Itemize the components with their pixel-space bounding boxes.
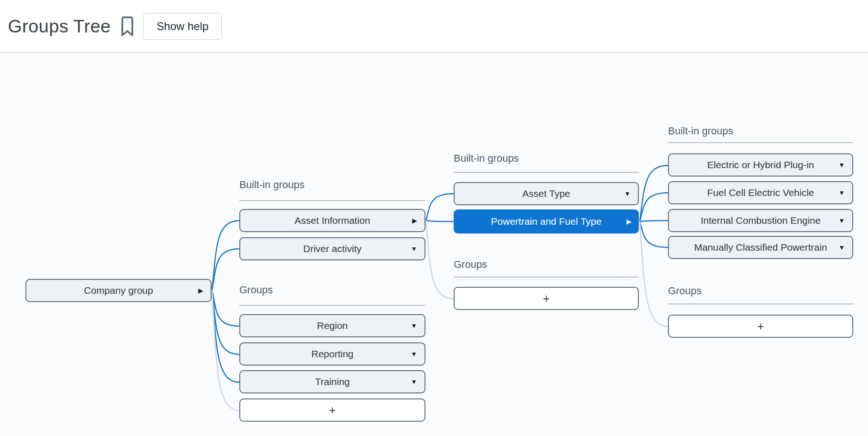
group-node-label: Reporting: [311, 348, 353, 360]
section-divider: [454, 277, 639, 278]
group-node-label: Training: [315, 376, 350, 387]
section-divider: [239, 200, 425, 201]
show-help-button[interactable]: Show help: [143, 13, 222, 40]
connector-line: [212, 290, 240, 326]
add-icon: +: [757, 320, 764, 333]
section-divider: [239, 305, 425, 306]
group-node-powertrain-and-fuel-type[interactable]: Powertrain and Fuel Type ▶: [454, 209, 639, 234]
expand-right-icon: ▶: [412, 217, 417, 224]
page-title: Groups Tree: [8, 16, 111, 37]
connector-line: [426, 194, 454, 221]
add-icon: +: [329, 404, 336, 417]
expand-down-icon: ▼: [411, 322, 417, 329]
add-icon: +: [543, 292, 550, 305]
expand-down-icon: ▼: [411, 351, 417, 357]
group-node-label: Asset Type: [522, 188, 570, 199]
group-node-label: Powertrain and Fuel Type: [491, 216, 602, 227]
group-node-training[interactable]: Training ▼: [239, 370, 425, 393]
groups-tree-canvas: Company group ▶ Built-in groups Asset In…: [0, 54, 868, 436]
section-divider: [454, 172, 639, 173]
group-node-asset-type[interactable]: Asset Type ▼: [454, 182, 639, 205]
expand-down-icon: ▼: [411, 379, 417, 385]
section-divider: [668, 303, 853, 304]
group-node-label: Manually Classified Powertrain: [694, 242, 827, 253]
expand-down-icon: ▼: [838, 190, 845, 196]
group-node-internal-combustion-engine[interactable]: Internal Combustion Engine ▼: [668, 209, 853, 232]
section-divider: [668, 142, 853, 143]
group-node-electric-or-hybrid-plug-in[interactable]: Electric or Hybrid Plug-in ▼: [668, 153, 853, 177]
section-heading-groups: Groups: [454, 259, 487, 271]
group-node-label: Asset Information: [294, 215, 370, 226]
group-node-fuel-cell-electric-vehicle[interactable]: Fuel Cell Electric Vehicle ▼: [668, 181, 853, 204]
section-heading-groups: Groups: [668, 285, 701, 297]
group-node-reporting[interactable]: Reporting ▼: [239, 342, 425, 366]
expand-right-icon: ▶: [626, 218, 631, 225]
connector-line: [640, 221, 668, 247]
connector-line: [212, 221, 240, 290]
group-node-driver-activity[interactable]: Driver activity ▼: [239, 237, 425, 260]
group-node-manually-classified-powertrain[interactable]: Manually Classified Powertrain ▼: [668, 236, 853, 259]
group-node-label: Electric or Hybrid Plug-in: [707, 159, 814, 171]
group-node-label: Company group: [84, 285, 153, 296]
connector-line-muted: [640, 221, 668, 327]
connector-line: [640, 193, 668, 221]
section-heading-built-in-groups: Built-in groups: [454, 152, 519, 164]
add-group-button[interactable]: +: [454, 287, 639, 310]
group-node-region[interactable]: Region ▼: [239, 314, 425, 337]
group-node-label: Region: [317, 320, 348, 331]
connector-line: [640, 221, 668, 221]
add-group-button[interactable]: +: [239, 398, 425, 422]
group-node-label: Driver activity: [303, 243, 362, 254]
group-node-label: Fuel Cell Electric Vehicle: [707, 187, 814, 198]
expand-down-icon: ▼: [838, 217, 845, 224]
expand-down-icon: ▼: [624, 190, 631, 197]
expand-right-icon: ▶: [198, 287, 203, 294]
connector-line: [212, 290, 240, 382]
group-node-asset-information[interactable]: Asset Information ▶: [239, 209, 425, 232]
page-header: Groups Tree Show help: [0, 0, 868, 53]
connector-line-muted: [426, 221, 454, 299]
section-heading-built-in-groups: Built-in groups: [668, 125, 733, 137]
group-node-label: Internal Combustion Engine: [700, 215, 820, 226]
section-heading-groups: Groups: [239, 284, 273, 296]
bookmark-icon: [119, 16, 136, 37]
connector-line: [426, 221, 454, 221]
group-node-company-group[interactable]: Company group ▶: [25, 279, 212, 302]
add-group-button[interactable]: +: [668, 315, 853, 338]
section-heading-built-in-groups: Built-in groups: [239, 179, 305, 191]
groups-tree-page: Groups Tree Show help: [0, 0, 868, 436]
expand-down-icon: ▼: [838, 244, 845, 251]
expand-down-icon: ▼: [838, 162, 845, 168]
expand-down-icon: ▼: [411, 246, 417, 252]
bookmark-button[interactable]: [117, 14, 137, 38]
